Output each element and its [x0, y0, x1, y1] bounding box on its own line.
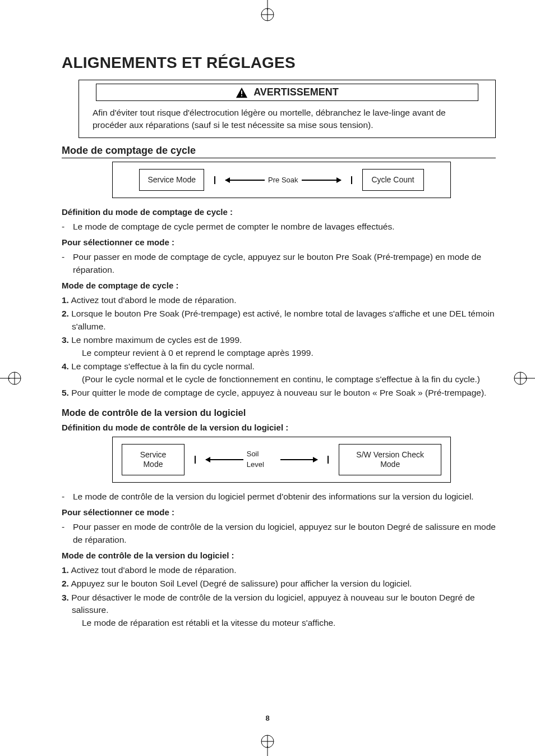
- diagram-box-sw-version: S/W Version Check Mode: [339, 444, 441, 475]
- mode-heading-2: Mode de contrôle de la version du logici…: [62, 549, 496, 562]
- crop-mark-right: [513, 367, 535, 390]
- step-text: Activez tout d'abord le mode de réparati…: [71, 565, 236, 575]
- step-1: 1. Activez tout d'abord le mode de répar…: [62, 294, 496, 306]
- page-content: ALIGNEMENTS ET RÉGLAGES AVERTISSEMENT Af…: [0, 0, 535, 653]
- diagram-sw-version: Service Mode Soil Level S/W Version Chec…: [112, 437, 451, 483]
- step-number: 3.: [62, 335, 69, 345]
- step-number: 5.: [62, 388, 69, 397]
- step-number: 2.: [62, 309, 69, 318]
- arrow-bi-group: Soil Level: [206, 449, 318, 470]
- diagram-box-service-mode: Service Mode: [122, 444, 185, 475]
- step-text-cont: Le compteur revient à 0 et reprend le co…: [72, 347, 496, 359]
- select-text: Pour passer en mode de comptage de cycle…: [73, 251, 496, 276]
- step-number: 1.: [62, 565, 69, 575]
- warning-header-text: AVERTISSEMENT: [253, 86, 339, 98]
- dash-bullet: -: [62, 221, 68, 233]
- svg-rect-17: [241, 90, 242, 94]
- arrow-endcap-icon: [195, 456, 196, 464]
- step-text: Lorsque le bouton Pre Soak (Pré-trempage…: [71, 309, 494, 331]
- step-text: Pour désactiver le mode de contrôle de l…: [71, 593, 474, 615]
- warning-header: AVERTISSEMENT: [96, 84, 478, 101]
- def-heading: Définition du mode de comptage de cycle …: [62, 206, 496, 218]
- arrow-bi-group: Pre Soak: [225, 176, 340, 184]
- step-2: 2. Appuyez sur le bouton Soil Level (Deg…: [62, 578, 496, 590]
- step-5: 5. Pour quitter le mode de comptage de c…: [62, 387, 496, 399]
- list-item: - Pour passer en mode de comptage de cyc…: [62, 251, 496, 276]
- step-number: 1.: [62, 295, 69, 305]
- step-number: 2.: [62, 579, 69, 588]
- diagram-label: Pre Soak: [268, 176, 298, 184]
- select-text-2: Pour passer en mode de contrôle de la ve…: [73, 521, 496, 546]
- arrow-endcap-icon: [214, 176, 215, 184]
- arrow-right-icon: [280, 459, 318, 460]
- step-text: Activez tout d'abord le mode de réparati…: [71, 295, 236, 305]
- section1-heading: Mode de comptage de cycle: [62, 145, 496, 158]
- dash-bullet: -: [62, 491, 68, 503]
- step-3: 3. Pour désactiver le mode de contrôle d…: [62, 592, 496, 629]
- svg-rect-18: [241, 95, 242, 96]
- step-2: 2. Lorsque le bouton Pre Soak (Pré-tremp…: [62, 308, 496, 333]
- arrow-endcap-icon: [328, 456, 329, 464]
- step-text-cont: (Pour le cycle normal et le cycle de fon…: [72, 373, 496, 386]
- def-text: Le mode de comptage de cycle permet de c…: [73, 221, 395, 233]
- section2-body: Définition du mode de contrôle de la ver…: [62, 421, 496, 630]
- step-number: 3.: [62, 593, 69, 602]
- crop-mark-left: [0, 367, 22, 390]
- step-text: Le nombre maximum de cycles est de 1999.: [71, 335, 242, 345]
- diagram-cycle-count: Service Mode Pre Soak Cycle Count: [112, 162, 451, 198]
- dash-bullet: -: [62, 251, 68, 276]
- step-text: Pour quitter le mode de comptage de cycl…: [71, 388, 486, 397]
- def-text-2: Le mode de contrôle de la version du log…: [73, 491, 474, 503]
- section1-body: Définition du mode de comptage de cycle …: [62, 206, 496, 399]
- select-heading-2: Pour sélectionner ce mode :: [62, 506, 496, 519]
- arrow-endcap-icon: [351, 176, 352, 184]
- list-item: - Le mode de contrôle de la version du l…: [62, 491, 496, 503]
- crop-mark-bottom: [256, 734, 279, 756]
- step-text: Le comptage s'effectue à la fin du cycle…: [71, 361, 255, 371]
- warning-box: AVERTISSEMENT Afin d'éviter tout risque …: [79, 80, 496, 138]
- step-4: 4. Le comptage s'effectue à la fin du cy…: [62, 360, 496, 386]
- list-item: - Pour passer en mode de contrôle de la …: [62, 521, 496, 546]
- arrow-left-icon: [206, 459, 243, 460]
- dash-bullet: -: [62, 521, 68, 546]
- diagram-box-service-mode: Service Mode: [139, 169, 204, 191]
- step-text-cont: Le mode de réparation est rétabli et la …: [72, 617, 496, 629]
- section2-heading: Mode de contrôle de la version du logici…: [62, 407, 496, 418]
- arrow-left-icon: [225, 180, 265, 181]
- page-title: ALIGNEMENTS ET RÉGLAGES: [62, 54, 496, 72]
- warning-icon: [236, 87, 248, 98]
- list-item: - Le mode de comptage de cycle permet de…: [62, 221, 496, 233]
- arrow-right-icon: [302, 180, 341, 181]
- step-number: 4.: [62, 361, 69, 371]
- diagram-box-cycle-count: Cycle Count: [362, 169, 424, 191]
- warning-body-text: Afin d'éviter tout risque d'électrocutio…: [79, 101, 495, 138]
- page-number: 8: [0, 714, 535, 722]
- crop-mark-top: [256, 0, 279, 22]
- mode-heading: Mode de comptage de cycle :: [62, 280, 496, 292]
- def-heading-2: Définition du mode de contrôle de la ver…: [62, 421, 496, 434]
- step-1: 1. Activez tout d'abord le mode de répar…: [62, 564, 496, 576]
- select-heading: Pour sélectionner ce mode :: [62, 236, 496, 249]
- step-3: 3. Le nombre maximum de cycles est de 19…: [62, 334, 496, 359]
- diagram-label: Soil Level: [247, 449, 277, 470]
- step-text: Appuyez sur le bouton Soil Level (Degré …: [71, 579, 412, 588]
